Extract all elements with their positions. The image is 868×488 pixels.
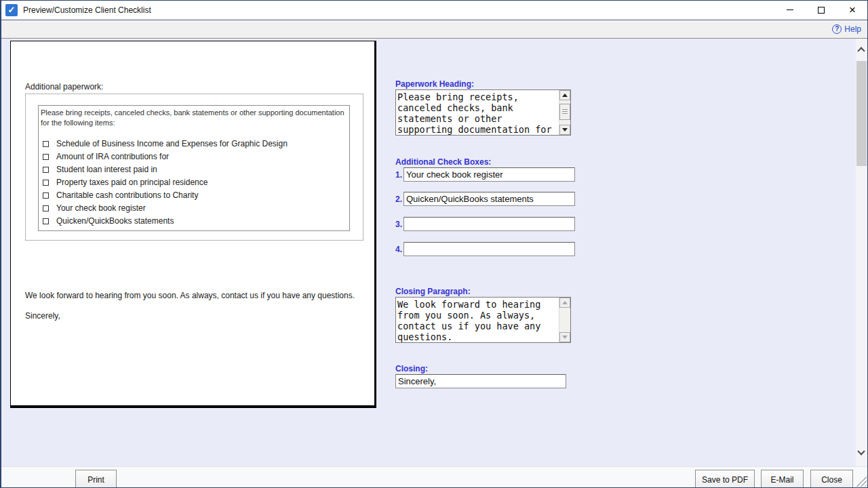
app-checkbox-icon: ✓ [5,4,18,16]
checkbox-icon [43,141,49,147]
document-preview-page: Additional paperwork: Please bring recei… [10,41,376,408]
title-bar: ✓ Preview/Customize Client Checklist × [0,0,868,20]
checklist-item: Student loan interest paid in [43,165,157,174]
check-box-input-3[interactable] [403,217,575,231]
chevron-down-icon[interactable] [857,447,865,455]
thumb-grip-icon [562,109,568,115]
checklist-item: Amount of IRA contributions for [43,152,169,161]
scrollbar-thumb[interactable] [559,104,570,120]
additional-paperwork-heading: Additional paperwork: [25,82,103,92]
chevron-up-icon[interactable] [857,47,865,54]
checkbox-icon [43,218,49,224]
row-number-label: 2. [395,195,402,204]
print-button[interactable]: Print [75,470,117,488]
triangle-down-icon [562,336,568,339]
check-box-input-4[interactable] [403,242,575,256]
help-bar: ? Help [0,21,868,39]
scroll-down-button[interactable] [559,125,570,135]
checkbox-icon [43,167,49,173]
closing-paragraph-field-wrap: We look forward to hearing from you soon… [395,297,571,343]
email-button[interactable]: E-Mail [761,470,804,488]
minimize-icon [787,9,793,10]
textarea-scrollbar [559,298,570,342]
checkbox-icon [43,192,49,199]
main-vertical-scrollbar[interactable] [856,39,867,466]
checklist-item: Schedule of Business Income and Expenses… [43,139,288,148]
checklist-item: Charitable cash contributions to Charity [43,190,198,200]
checkbox-icon [43,205,49,211]
main-content: Additional paperwork: Please bring recei… [0,39,868,466]
triangle-up-icon [562,301,568,304]
help-question-icon: ? [832,24,842,34]
check-box-input-2[interactable] [403,192,575,206]
checklist-item: Quicken/QuickBooks statements [43,216,174,226]
close-window-button[interactable]: × [837,0,868,20]
paperwork-heading-field-wrap: Please bring receipts, canceled checks, … [395,89,571,136]
window-title: Preview/Customize Client Checklist [23,5,151,15]
paperwork-intro-text: Please bring receipts, canceled checks, … [41,108,347,128]
close-button[interactable]: Close [810,470,853,488]
scroll-up-button[interactable] [559,90,570,100]
maximize-icon [818,7,825,14]
minimize-button[interactable] [774,0,806,20]
scroll-up-button[interactable] [559,298,570,308]
help-label: Help [844,24,861,34]
checklist-item: Your check book register [43,203,146,213]
textarea-scrollbar[interactable] [559,90,570,135]
triangle-down-icon [562,128,568,131]
paperwork-heading-textarea[interactable]: Please bring receipts, canceled checks, … [396,90,570,135]
triangle-up-icon [562,94,568,97]
closing-input[interactable] [395,374,566,388]
closing-paragraph-textarea[interactable]: We look forward to hearing from you soon… [396,298,570,342]
check-box-input-1[interactable] [403,167,575,182]
close-icon: × [849,4,856,16]
checklist-item: Property taxes paid on principal residen… [43,178,208,187]
paperwork-heading-label: Paperwork Heading: [395,79,474,89]
row-number-label: 1. [395,170,402,180]
row-number-label: 4. [395,245,402,254]
window-controls: × [774,0,868,20]
checkbox-icon [43,154,49,160]
preview-closing-paragraph: We look forward to hearing from you soon… [25,291,368,300]
maximize-button[interactable] [806,0,837,20]
closing-paragraph-label: Closing Paragraph: [395,287,471,296]
scroll-down-button[interactable] [559,332,570,342]
footer-bar: Print Save to PDF E-Mail Close [0,466,868,488]
row-number-label: 3. [395,220,402,229]
preview-closing-sign: Sincerely, [25,311,60,321]
resize-grip[interactable] [856,476,867,487]
additional-check-boxes-label: Additional Check Boxes: [395,157,491,167]
closing-label: Closing: [395,364,428,373]
main-scrollbar-thumb[interactable] [856,61,867,166]
save-to-pdf-button[interactable]: Save to PDF [695,470,755,488]
checkbox-icon [43,180,49,186]
help-link[interactable]: ? Help [832,24,861,34]
